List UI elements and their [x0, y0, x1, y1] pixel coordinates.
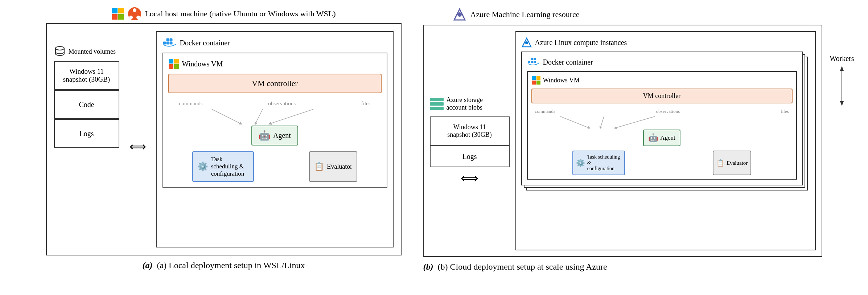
vm-controller-right: VM controller: [531, 89, 793, 103]
task-box-left: ⚙️ Task scheduling & configuration: [192, 151, 254, 182]
svg-rect-5: [163, 42, 166, 44]
svg-rect-2: [112, 14, 118, 20]
right-left-col: Azure storage account blobs Windows 11sn…: [430, 96, 510, 185]
windows-icon-inner-left: [168, 58, 179, 69]
svg-rect-28: [534, 58, 536, 60]
svg-rect-0: [112, 8, 118, 13]
robot-icon-right: 🤖: [648, 133, 658, 143]
svg-rect-9: [170, 38, 172, 41]
arrow-observations-label-left: observations: [268, 101, 296, 107]
workers-label: Workers: [830, 54, 854, 63]
agent-box-right: 🤖 Agent: [643, 130, 680, 146]
bidirectional-arrow-left: ⟺: [129, 140, 146, 153]
arrow-observations-right: observations: [656, 108, 680, 114]
svg-rect-30: [536, 76, 540, 80]
list-icon-right: 📋: [716, 159, 724, 167]
docker-label-right: Docker container: [527, 57, 797, 67]
mounted-label-text: Mounted volumes: [69, 48, 116, 56]
mounted-volumes-col: Mounted volumes Windows 11snapshot (30GB…: [54, 46, 119, 247]
bidirectional-arrow-right: ⟺: [430, 171, 510, 185]
task-box-right: ⚙️ Task scheduling & configuration: [572, 151, 625, 175]
winvm-box-right: Windows VM VM controller commands observ…: [527, 71, 797, 180]
svg-rect-10: [169, 59, 173, 63]
docker-icon-right: [527, 57, 540, 67]
azure-ml-icon: [452, 7, 467, 22]
docker-box-left: Docker container Windows VM: [156, 31, 394, 247]
right-logs-box: Logs: [430, 146, 510, 167]
winvm-label-right: Windows VM: [531, 75, 793, 85]
svg-line-15: [255, 109, 263, 124]
svg-rect-6: [166, 42, 169, 44]
left-header-text: Local host machine (native Ubuntu or Win…: [145, 9, 336, 19]
robot-icon-left: 🤖: [259, 130, 270, 141]
svg-point-18: [457, 12, 462, 17]
svg-rect-12: [169, 64, 173, 69]
winvm-label-text-left: Windows VM: [182, 60, 223, 68]
left-header: Local host machine (native Ubuntu or Win…: [111, 7, 336, 20]
page: Local host machine (native Ubuntu or Win…: [0, 0, 868, 295]
arrows-svg-right: [531, 115, 793, 130]
workers-area: Workers: [830, 54, 854, 108]
svg-rect-11: [174, 59, 179, 63]
docker-label-text-right: Docker container: [543, 58, 593, 66]
docker-label-text-left: Docker container: [180, 39, 230, 47]
ubuntu-icon: [128, 7, 141, 20]
svg-rect-24: [528, 61, 530, 63]
right-caption: (b) (b) Cloud deployment setup at scale …: [423, 262, 607, 272]
evaluator-box-right: 📋 Evaluator: [713, 151, 751, 175]
svg-line-35: [615, 116, 655, 128]
left-caption: (a) (a) Local deployment setup in WSL/Li…: [142, 261, 305, 270]
docker-label-left: Docker container: [163, 37, 387, 48]
svg-line-14: [212, 109, 241, 124]
svg-rect-13: [174, 64, 179, 69]
left-outer-box: Mounted volumes Windows 11snapshot (30GB…: [46, 23, 402, 255]
svg-line-33: [560, 116, 589, 128]
winvm-label-left: Windows VM: [168, 58, 382, 69]
svg-rect-1: [118, 8, 124, 13]
windows-icon-inner-right: [531, 75, 541, 85]
bottom-row-right: ⚙️ Task scheduling & configuration 📋 Eva…: [531, 151, 793, 175]
list-icon-left: 📋: [314, 162, 324, 171]
code-box: Code: [54, 90, 119, 119]
svg-marker-20: [840, 66, 844, 71]
gear-icon-right: ⚙️: [576, 159, 585, 167]
windows-icon: [111, 7, 124, 20]
storage-icon: [430, 98, 444, 110]
docker-icon-left: [163, 37, 177, 48]
svg-rect-7: [170, 42, 172, 44]
svg-rect-8: [166, 38, 169, 41]
azure-linux-label: Azure Linux compute instances: [521, 37, 810, 48]
vm-controller-left: VM controller: [168, 74, 382, 93]
right-snapshot-box: Windows 11snapshot (30GB): [430, 116, 510, 146]
winvm-box-left: Windows VM VM controller commands observ…: [163, 53, 387, 188]
stacked-containers: Docker container Wi: [521, 52, 803, 185]
gear-icon-left: ⚙️: [197, 161, 208, 172]
stack-front: Docker container Wi: [521, 52, 803, 185]
azure-ml-header: Azure Machine Learning resource: [452, 7, 580, 22]
right-outer-box: Workers Azure storage account blobs: [423, 25, 822, 257]
arrow-files-right: files: [781, 108, 789, 114]
svg-point-23: [525, 41, 528, 44]
svg-rect-31: [532, 81, 536, 85]
svg-line-16: [270, 109, 313, 124]
snapshot-box: Windows 11snapshot (30GB): [54, 61, 119, 90]
workers-arrow: [836, 64, 847, 108]
arrow-commands-label-left: commands: [179, 101, 203, 107]
arrow-files-label-left: files: [361, 101, 371, 107]
svg-rect-27: [531, 58, 533, 60]
bottom-row-left: ⚙️ Task scheduling & configuration 📋 Eva…: [168, 151, 382, 182]
agent-box-left: 🤖 Agent: [251, 126, 298, 146]
svg-rect-26: [534, 61, 536, 63]
azure-ml-label-text: Azure Machine Learning resource: [470, 10, 580, 19]
svg-line-34: [600, 116, 604, 128]
logs-box: Logs: [54, 119, 119, 148]
arrows-svg-left: [168, 107, 382, 126]
arrow-commands-right: commands: [535, 108, 555, 114]
azure-linux-icon: [521, 37, 532, 48]
evaluator-box-left: 📋 Evaluator: [309, 151, 357, 182]
svg-rect-25: [531, 61, 533, 63]
mounted-label: Mounted volumes: [54, 46, 119, 57]
svg-point-4: [55, 46, 64, 50]
azure-linux-box: Azure Linux compute instances: [515, 31, 816, 250]
right-diagram: Azure Machine Learning resource Workers: [423, 7, 822, 272]
